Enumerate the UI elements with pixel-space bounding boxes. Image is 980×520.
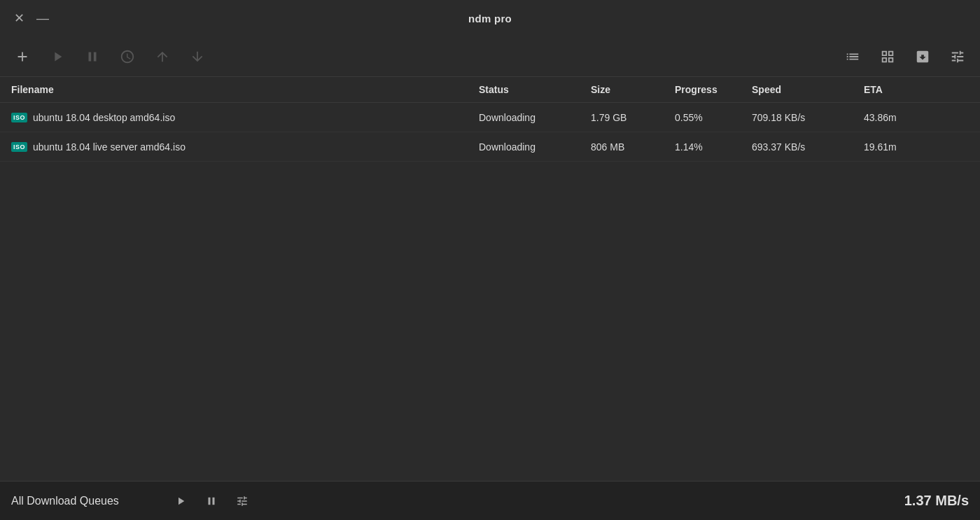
filename-text: ubuntu 18.04 live server amd64.iso	[33, 141, 186, 153]
toolbar-left	[11, 45, 841, 68]
status-play-icon	[174, 495, 187, 507]
window-title: ndm pro	[468, 13, 512, 24]
cell-speed: 709.18 KB/s	[752, 112, 864, 123]
status-play-button[interactable]	[171, 491, 190, 511]
filename-text: ubuntu 18.04 desktop amd64.iso	[33, 112, 175, 123]
cell-status: Downloading	[479, 141, 591, 153]
header-eta: ETA	[864, 84, 941, 95]
header-filename: Filename	[11, 84, 479, 95]
add-button[interactable]	[11, 45, 34, 68]
move-down-icon	[190, 49, 205, 64]
cell-size: 806 MB	[591, 141, 675, 153]
header-speed: Speed	[752, 84, 864, 95]
cell-eta: 19.61m	[864, 141, 941, 153]
pause-button[interactable]	[81, 45, 104, 68]
status-pause-icon	[205, 495, 218, 507]
cell-status: Downloading	[479, 112, 591, 123]
window-controls: ✕ —	[11, 10, 50, 26]
table-row[interactable]: ISO ubuntu 18.04 live server amd64.iso D…	[0, 132, 980, 162]
toolbar	[0, 36, 980, 77]
pause-icon	[85, 49, 100, 64]
settings-button[interactable]	[946, 45, 969, 68]
header-progress: Progress	[675, 84, 752, 95]
move-down-button[interactable]	[186, 45, 209, 68]
grid-view-button[interactable]	[876, 45, 899, 68]
import-export-icon	[915, 49, 930, 64]
play-button[interactable]	[46, 45, 69, 68]
queue-label: All Download Queues	[11, 495, 165, 507]
cell-filename: ISO ubuntu 18.04 live server amd64.iso	[11, 141, 479, 153]
minimize-button[interactable]: —	[35, 10, 50, 26]
download-table: Filename Status Size Progress Speed ETA …	[0, 77, 980, 481]
title-bar: ✕ — ndm pro	[0, 0, 980, 36]
total-speed: 1.37 MB/s	[904, 493, 969, 509]
header-status: Status	[479, 84, 591, 95]
play-icon	[50, 49, 65, 64]
cell-eta: 43.86m	[864, 112, 941, 123]
close-button[interactable]: ✕	[11, 10, 27, 26]
add-icon	[15, 49, 30, 64]
iso-badge: ISO	[11, 113, 27, 122]
settings-icon	[950, 49, 965, 64]
status-bar: All Download Queues 1.37 MB/s	[0, 481, 980, 520]
cell-speed: 693.37 KB/s	[752, 141, 864, 153]
cell-filename: ISO ubuntu 18.04 desktop amd64.iso	[11, 112, 479, 123]
header-extra	[941, 84, 969, 95]
schedule-icon	[120, 49, 135, 64]
move-up-icon	[155, 49, 170, 64]
header-size: Size	[591, 84, 675, 95]
table-row[interactable]: ISO ubuntu 18.04 desktop amd64.iso Downl…	[0, 103, 980, 132]
status-settings-icon	[236, 495, 248, 507]
status-controls	[171, 491, 252, 511]
table-body: ISO ubuntu 18.04 desktop amd64.iso Downl…	[0, 103, 980, 481]
cell-size: 1.79 GB	[591, 112, 675, 123]
import-export-button[interactable]	[911, 45, 934, 68]
toolbar-right	[841, 45, 969, 68]
table-header: Filename Status Size Progress Speed ETA	[0, 77, 980, 103]
move-up-button[interactable]	[151, 45, 174, 68]
iso-badge: ISO	[11, 142, 27, 152]
schedule-button[interactable]	[116, 45, 139, 68]
grid-view-icon	[880, 49, 895, 64]
cell-progress: 1.14%	[675, 141, 752, 153]
cell-progress: 0.55%	[675, 112, 752, 123]
list-view-icon	[845, 49, 860, 64]
status-pause-button[interactable]	[202, 491, 221, 511]
list-view-button[interactable]	[841, 45, 864, 68]
status-settings-button[interactable]	[232, 491, 252, 511]
